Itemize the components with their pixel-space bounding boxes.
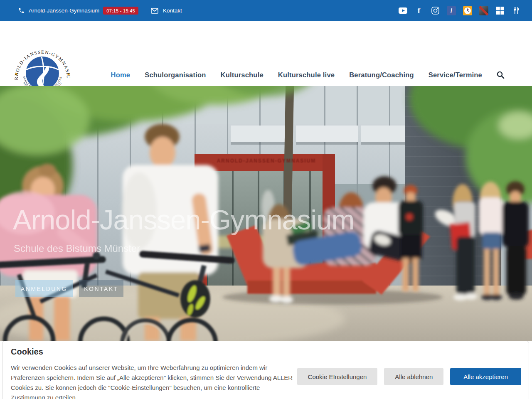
nav-item-home[interactable]: Home (111, 71, 131, 79)
photo-standing-students-right (450, 181, 529, 300)
anmeldung-button[interactable]: ANMELDUNG (15, 280, 73, 297)
restaurant-icon[interactable] (512, 6, 521, 15)
top-bar: Arnold-Janssen-Gymnasium 07:15 - 15:45 K… (0, 0, 532, 21)
hero-subtitle: Schule des Bistums Münster (14, 243, 140, 254)
site-header: ARNOLD-JANSSEN-GYMNASIUM SCHULE DES BIST… (0, 21, 532, 86)
cookie-banner-text: Wir verwenden Cookies auf unserer Websit… (11, 363, 293, 399)
instagram-icon[interactable] (431, 6, 440, 15)
slash-tile-icon[interactable]: / (447, 6, 456, 15)
cookie-banner-title: Cookies (11, 347, 43, 357)
nav-item-beratung-coaching[interactable]: Beratung/Coaching (349, 71, 414, 79)
kontakt-button[interactable]: KONTAKT (79, 280, 123, 297)
reject-all-button[interactable]: Alle ablehnen (384, 368, 443, 385)
windows-icon[interactable] (495, 6, 505, 15)
top-bar-contact-group: Arnold-Janssen-Gymnasium 07:15 - 15:45 K… (0, 7, 182, 15)
facebook-icon[interactable]: f (414, 6, 424, 15)
cookie-settings-button[interactable]: Cookie EInstellungen (297, 368, 378, 385)
clock-tile-icon[interactable] (463, 6, 472, 15)
cookie-consent-banner: Cookies Wir verwenden Cookies auf unsere… (2, 341, 529, 399)
contact-link[interactable]: Kontakt (163, 7, 182, 14)
search-icon[interactable] (497, 71, 505, 79)
hero-section: ARNOLD-JANSSEN-GYMNASIUM Arnold-Janssen-… (0, 86, 532, 341)
hero-buttons: ANMELDUNG KONTAKT (15, 280, 123, 297)
phone-icon (18, 7, 25, 14)
photo-link-tile-icon[interactable] (479, 6, 488, 15)
accept-all-button[interactable]: Alle akzeptieren (450, 368, 521, 385)
building-sign-text: ARNOLD-JANSSEN-GYMNASIUM (202, 158, 331, 164)
nav-item-kulturschule[interactable]: Kulturschule (221, 71, 264, 79)
nav-item-service-termine[interactable]: Service/Termine (429, 71, 482, 79)
hero-title: Arnold-Janssen-Gymnasium (13, 204, 354, 236)
nav-item-schulorganisation[interactable]: Schulorganisation (145, 71, 206, 79)
youtube-icon[interactable] (398, 6, 407, 15)
school-name-link[interactable]: Arnold-Janssen-Gymnasium (29, 7, 99, 14)
nav-item-kulturschule-live[interactable]: Kulturschule live (278, 71, 335, 79)
social-icons-group: f / (398, 6, 532, 15)
envelope-icon (151, 8, 158, 14)
opening-hours-badge: 07:15 - 15:45 (103, 7, 138, 15)
cookie-banner-buttons: Cookie EInstellungen Alle ablehnen Alle … (297, 368, 521, 385)
